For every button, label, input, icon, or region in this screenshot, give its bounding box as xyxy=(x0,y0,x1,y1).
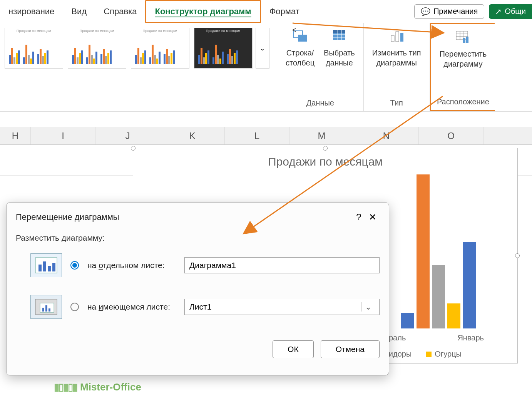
legend-label: Огурцы xyxy=(435,350,462,358)
cancel-button[interactable]: Отмена xyxy=(321,340,380,358)
switch-row-col-icon xyxy=(292,28,309,45)
watermark: ▮▯▮▯▮ Mister-Office xyxy=(54,381,141,393)
comment-icon: 💬 xyxy=(421,7,430,16)
ok-button[interactable]: ОК xyxy=(273,340,314,358)
radio-new-sheet[interactable] xyxy=(70,261,79,270)
group-type-label: Тип xyxy=(390,96,403,110)
chart-style-2[interactable]: Продажи по месяцам xyxy=(68,28,126,69)
bar xyxy=(432,265,445,328)
new-sheet-label: на отдельном листе: xyxy=(87,261,176,270)
ribbon-tabs: нзирование Вид Справка Конструктор диагр… xyxy=(0,0,532,23)
col-n[interactable]: N xyxy=(354,127,419,144)
group-location-label: Расположение xyxy=(437,95,489,109)
tab-chart-design[interactable]: Конструктор диаграмм xyxy=(145,0,261,23)
chart-style-3[interactable]: Продажи по месяцам xyxy=(131,28,189,69)
radio-existing-sheet[interactable] xyxy=(70,303,79,311)
bar xyxy=(463,242,476,328)
bar xyxy=(447,303,460,328)
col-o[interactable]: O xyxy=(419,127,483,144)
chart-style-4[interactable]: Продажи по месяцам xyxy=(194,28,253,69)
bar xyxy=(417,174,430,328)
svg-rect-1 xyxy=(298,35,307,42)
svg-rect-22 xyxy=(52,263,55,271)
ribbon: Продажи по месяцам Продажи по месяцам xyxy=(0,23,532,112)
share-label: Общи xyxy=(505,7,526,16)
tab-licensing[interactable]: нзирование xyxy=(0,1,63,22)
tab-view[interactable]: Вид xyxy=(63,1,95,22)
svg-rect-8 xyxy=(391,35,394,42)
bar xyxy=(401,313,414,328)
dialog-subtitle: Разместить диаграмму: xyxy=(16,233,380,243)
new-sheet-icon xyxy=(30,253,62,277)
existing-sheet-select[interactable]: Лист1 ⌄ xyxy=(184,299,380,315)
bar-group-jan xyxy=(401,174,476,328)
svg-rect-3 xyxy=(333,30,345,33)
chevron-down-icon: ⌄ xyxy=(260,45,265,52)
new-sheet-name-input[interactable] xyxy=(184,257,380,273)
svg-rect-16 xyxy=(463,38,465,43)
select-data-icon xyxy=(331,28,348,45)
bars-icon: ▮▯▮▯▮ xyxy=(54,381,77,393)
move-chart-dialog: Перемещение диаграммы ? ✕ Разместить диа… xyxy=(6,202,389,375)
dialog-help-button[interactable]: ? xyxy=(352,210,366,224)
dialog-title: Перемещение диаграммы xyxy=(16,212,352,222)
change-chart-type-button[interactable]: Изменить тип диаграммы xyxy=(368,26,425,69)
col-h[interactable]: H xyxy=(0,127,31,144)
col-k[interactable]: K xyxy=(160,127,225,144)
chart-style-1[interactable]: Продажи по месяцам xyxy=(5,28,63,69)
comments-button[interactable]: 💬 Примечания xyxy=(414,4,484,19)
group-data-label: Данные xyxy=(306,96,334,110)
existing-sheet-label: на имеющемся листе: xyxy=(87,302,176,312)
existing-sheet-icon xyxy=(30,295,62,319)
svg-rect-27 xyxy=(49,308,50,312)
svg-rect-26 xyxy=(45,305,47,312)
svg-rect-10 xyxy=(400,33,403,42)
svg-rect-11 xyxy=(456,31,468,40)
col-m[interactable]: M xyxy=(289,127,354,144)
svg-rect-19 xyxy=(38,265,42,271)
select-data-button[interactable]: Выбрать данные xyxy=(320,26,359,69)
chevron-down-icon: ⌄ xyxy=(361,302,375,312)
move-chart-button[interactable]: Переместить диаграмму xyxy=(436,27,491,70)
chart-styles-expand[interactable]: ⌄ xyxy=(256,28,269,69)
change-type-label: Изменить тип диаграммы xyxy=(372,48,421,68)
watermark-text: Mister-Office xyxy=(80,381,141,393)
move-chart-label: Переместить диаграмму xyxy=(440,49,487,69)
select-data-label: Выбрать данные xyxy=(324,48,355,68)
svg-rect-25 xyxy=(42,308,44,312)
svg-rect-20 xyxy=(43,261,46,271)
share-button[interactable]: ↗ Общи xyxy=(489,4,532,19)
tab-format[interactable]: Формат xyxy=(261,1,308,22)
svg-rect-9 xyxy=(396,32,399,42)
switch-row-col-label: Строка/ столбец xyxy=(286,48,315,68)
tab-help[interactable]: Справка xyxy=(95,1,145,22)
category-label: Январь xyxy=(457,333,484,342)
col-j[interactable]: J xyxy=(95,127,160,144)
col-l[interactable]: L xyxy=(225,127,289,144)
column-headers: H I J K L M N O xyxy=(0,127,532,145)
comments-label: Примечания xyxy=(433,7,478,16)
change-type-icon xyxy=(388,28,405,45)
svg-rect-17 xyxy=(466,37,468,43)
chart-title[interactable]: Продажи по месяцам xyxy=(133,148,517,172)
col-i[interactable]: I xyxy=(31,127,95,144)
existing-sheet-value: Лист1 xyxy=(189,302,361,312)
switch-row-column-button[interactable]: Строка/ столбец xyxy=(282,26,318,69)
share-icon: ↗ xyxy=(495,7,502,16)
move-chart-icon xyxy=(455,29,472,46)
svg-rect-21 xyxy=(48,266,51,271)
dialog-close-button[interactable]: ✕ xyxy=(366,210,380,224)
